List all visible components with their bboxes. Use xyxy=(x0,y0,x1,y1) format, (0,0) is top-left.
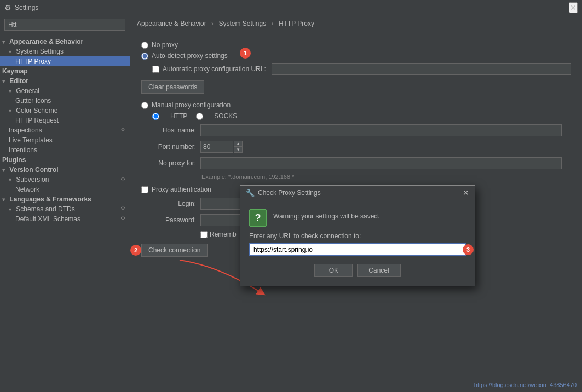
auto-config-row: Automatic proxy configuration URL: xyxy=(152,63,571,75)
port-spin-buttons: ▲ ▼ xyxy=(234,141,243,153)
sidebar-tree: ▾ Appearance & Behavior ▾ System Setting… xyxy=(0,34,130,377)
no-proxy-row: No proxy xyxy=(141,41,571,49)
dialog-url-row: 3 xyxy=(249,243,466,264)
dialog-url-input[interactable] xyxy=(249,243,466,256)
port-spin: ▲ ▼ xyxy=(200,141,243,153)
warning-icon: ? xyxy=(249,209,267,227)
socks-label: SOCKS xyxy=(214,112,237,120)
dialog-title: Check Proxy Settings xyxy=(258,189,321,197)
dialog-titlebar: 🔧 Check Proxy Settings ✕ xyxy=(240,186,475,200)
close-button[interactable]: ✕ xyxy=(569,2,578,13)
auto-config-label: Automatic proxy configuration URL: xyxy=(163,65,266,73)
http-protocol-radio[interactable] xyxy=(152,113,159,120)
auto-detect-radio[interactable] xyxy=(141,53,148,60)
port-number-row: Port number: ▲ ▼ xyxy=(141,141,571,153)
sidebar-item-plugins[interactable]: Plugins xyxy=(0,155,130,165)
port-number-input[interactable] xyxy=(200,141,233,153)
host-name-label: Host name: xyxy=(141,126,196,134)
clear-passwords-section: Clear passwords xyxy=(141,80,571,94)
dialog-close-button[interactable]: ✕ xyxy=(463,188,469,197)
sidebar-item-subversion[interactable]: ▾ Subversion ⚙ xyxy=(0,175,130,185)
login-label: Login: xyxy=(141,200,196,207)
check-proxy-dialog: 🔧 Check Proxy Settings ✕ ? Warning: your… xyxy=(240,185,475,286)
sidebar-item-http-request[interactable]: HTTP Request xyxy=(0,116,130,125)
annotation-3: 3 xyxy=(463,244,474,255)
http-label: HTTP xyxy=(170,112,187,120)
breadcrumb-part-1: System Settings xyxy=(218,20,266,27)
breadcrumb-sep-1: › xyxy=(271,20,273,27)
sidebar-item-schemas-dtds[interactable]: ▾ Schemas and DTDs ⚙ xyxy=(0,204,130,214)
manual-proxy-row: Manual proxy configuration xyxy=(141,101,571,109)
annotation-2: 2 xyxy=(130,245,141,256)
breadcrumb-part-2: HTTP Proxy xyxy=(279,20,314,27)
dialog-proxy-icon: 🔧 xyxy=(246,189,255,197)
dialog-url-label: Enter any URL to check connection to: xyxy=(249,232,466,240)
sidebar: ▾ Appearance & Behavior ▾ System Setting… xyxy=(0,15,130,377)
dialog-body: ? Warning: your settings will be saved. … xyxy=(240,200,475,286)
bottom-link[interactable]: https://blog.csdn.net/weixin_43856470 xyxy=(474,382,577,388)
sidebar-item-live-templates[interactable]: Live Templates xyxy=(0,135,130,145)
auto-detect-label: Auto-detect proxy settings xyxy=(152,52,228,60)
titlebar: ⚙ Settings ✕ xyxy=(0,0,582,15)
host-name-row: Host name: xyxy=(141,124,571,136)
password-label: Password: xyxy=(141,216,196,224)
socks-protocol-radio[interactable] xyxy=(196,113,203,120)
port-decrement-button[interactable]: ▼ xyxy=(234,147,243,153)
example-text: Example: *.domain.com, 192.168.* xyxy=(201,174,571,180)
annotation-1: 1 xyxy=(240,48,251,59)
sidebar-item-inspections[interactable]: Inspections ⚙ xyxy=(0,125,130,135)
no-proxy-radio[interactable] xyxy=(141,42,148,49)
breadcrumb-part-0: Appearance & Behavior xyxy=(137,20,206,27)
sidebar-item-system-settings[interactable]: ▾ System Settings xyxy=(0,47,130,56)
sidebar-item-version-control[interactable]: ▾ Version Control xyxy=(0,165,130,175)
search-input[interactable] xyxy=(4,19,125,31)
no-proxy-for-input[interactable] xyxy=(200,157,562,169)
proxy-auth-checkbox[interactable] xyxy=(141,186,148,193)
no-proxy-for-row: No proxy for: xyxy=(141,157,571,169)
dialog-buttons: OK Cancel xyxy=(249,264,466,277)
sidebar-item-keymap[interactable]: Keymap xyxy=(0,66,130,76)
window-title: Settings xyxy=(15,4,38,11)
sidebar-item-appearance-behavior[interactable]: ▾ Appearance & Behavior xyxy=(0,37,130,47)
proxy-auth-label: Proxy authentication xyxy=(152,186,211,193)
no-proxy-label: No proxy xyxy=(152,41,178,49)
dialog-cancel-button[interactable]: Cancel xyxy=(357,264,400,277)
dialog-title-area: 🔧 Check Proxy Settings xyxy=(246,189,321,197)
search-box xyxy=(0,15,130,34)
protocol-row: HTTP SOCKS xyxy=(152,112,571,120)
bottom-bar: https://blog.csdn.net/weixin_43856470 xyxy=(0,377,582,392)
manual-proxy-label: Manual proxy configuration xyxy=(152,101,231,109)
sidebar-item-default-xml-schemas[interactable]: Default XML Schemas ⚙ xyxy=(0,214,130,224)
dialog-warning-area: ? Warning: your settings will be saved. xyxy=(249,209,466,227)
manual-proxy-radio[interactable] xyxy=(141,102,148,109)
sidebar-item-network[interactable]: Network xyxy=(0,185,130,194)
breadcrumb: Appearance & Behavior › System Settings … xyxy=(130,15,582,32)
clear-passwords-button[interactable]: Clear passwords xyxy=(141,80,204,94)
no-proxy-for-label: No proxy for: xyxy=(141,159,196,167)
sidebar-item-languages-frameworks[interactable]: ▾ Languages & Frameworks xyxy=(0,194,130,204)
remember-label: Rememb xyxy=(210,230,237,238)
sidebar-item-gutter-icons[interactable]: Gutter Icons xyxy=(0,96,130,106)
breadcrumb-sep-0: › xyxy=(211,20,214,27)
sidebar-item-editor[interactable]: ▾ Editor xyxy=(0,76,130,86)
dialog-warning-text: Warning: your settings will be saved. xyxy=(273,209,379,220)
auto-detect-row: Auto-detect proxy settings 1 xyxy=(141,52,571,60)
auto-config-checkbox[interactable] xyxy=(152,66,159,73)
dialog-ok-button[interactable]: OK xyxy=(314,264,353,277)
port-number-label: Port number: xyxy=(141,143,196,151)
check-connection-button[interactable]: Check connection xyxy=(141,244,208,257)
remember-checkbox[interactable] xyxy=(200,231,208,238)
port-increment-button[interactable]: ▲ xyxy=(234,141,243,147)
sidebar-item-general[interactable]: ▾ General xyxy=(0,86,130,96)
sidebar-item-color-scheme[interactable]: ▾ Color Scheme xyxy=(0,106,130,116)
host-name-input[interactable] xyxy=(200,124,562,136)
sidebar-item-http-proxy[interactable]: HTTP Proxy xyxy=(0,56,130,66)
window-icon: ⚙ xyxy=(4,3,11,12)
auto-config-url-input[interactable] xyxy=(272,63,571,75)
sidebar-item-intentions[interactable]: Intentions xyxy=(0,145,130,155)
